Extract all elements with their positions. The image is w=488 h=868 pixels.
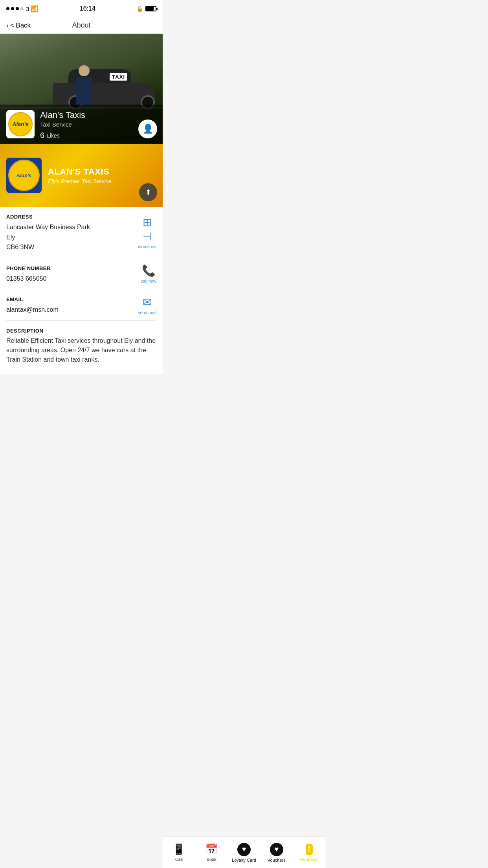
banner-logo-circle: Alan's bbox=[8, 160, 40, 191]
share-icon: ⬆ bbox=[145, 188, 151, 197]
phone-block: PHONE NUMBER 01353 665050 📞 call now bbox=[6, 258, 156, 290]
status-time: 16:14 bbox=[80, 5, 95, 13]
hero-image: TAXI Alan's Alan's Taxis Taxi Service bbox=[0, 34, 163, 144]
logo-circle: Alan's bbox=[8, 112, 33, 136]
profile-name: Alan's Taxis bbox=[40, 110, 156, 120]
likes-count: 6 bbox=[40, 131, 44, 140]
network-type: 3 bbox=[26, 6, 29, 12]
likes-label: Likes bbox=[47, 132, 60, 139]
send-mail-label: send mail bbox=[138, 310, 156, 314]
content-section: ADDRESS Lancaster Way Business Park Ely … bbox=[0, 207, 163, 374]
nav-bar: ‹ < Back About bbox=[0, 17, 163, 34]
banner-info: ALAN'S TAXIS Ely's Premier Taxi Service bbox=[48, 167, 156, 184]
call-action[interactable]: 📞 call now bbox=[141, 264, 156, 283]
add-friend-button[interactable]: 👤 bbox=[138, 120, 157, 138]
signal-dot-1 bbox=[6, 7, 9, 10]
address-line1: Lancaster Way Business Park bbox=[6, 222, 156, 232]
call-label: call now bbox=[141, 279, 156, 283]
status-bar: 3 📶 16:14 🔒 bbox=[0, 0, 163, 17]
address-line2: Ely bbox=[6, 232, 156, 243]
status-left: 3 📶 bbox=[6, 5, 39, 13]
logo-inner: Alan's bbox=[7, 111, 34, 138]
back-chevron-icon: ‹ bbox=[6, 22, 9, 29]
email-action[interactable]: ✉ send mail bbox=[138, 295, 156, 314]
person-illustration bbox=[76, 65, 92, 105]
email-value: alantax@msn.com bbox=[6, 305, 156, 315]
logo-text: Alan's bbox=[12, 121, 28, 127]
share-button[interactable]: ⬆ bbox=[139, 183, 157, 201]
description-value: Reliable Efficient Taxi services through… bbox=[6, 336, 156, 364]
back-label[interactable]: < Back bbox=[10, 22, 31, 29]
directions-icon: ⊞ bbox=[143, 216, 152, 229]
phone-icon: 📞 bbox=[142, 264, 156, 277]
battery-fill bbox=[146, 7, 154, 11]
back-button[interactable]: ‹ < Back bbox=[6, 22, 31, 29]
banner-tagline: Ely's Premier Taxi Service bbox=[48, 178, 156, 184]
description-label: DESCRIPTION bbox=[6, 328, 156, 334]
banner-logo-text: Alan's bbox=[17, 173, 32, 178]
address-value: Lancaster Way Business Park Ely CB6 3NW bbox=[6, 222, 156, 252]
signal-dot-3 bbox=[16, 7, 19, 10]
phone-value: 01353 665050 bbox=[6, 274, 156, 284]
banner-section: Alan's ALAN'S TAXIS Ely's Premier Taxi S… bbox=[0, 144, 163, 207]
address-line3: CB6 3NW bbox=[6, 242, 156, 252]
directions-action[interactable]: ⊞ ⊣ directions bbox=[138, 216, 156, 249]
person-body bbox=[76, 77, 92, 105]
email-label: EMAIL bbox=[6, 296, 156, 302]
directions-label: directions bbox=[138, 244, 156, 249]
mail-icon: ✉ bbox=[143, 295, 152, 308]
person-head bbox=[79, 65, 90, 76]
address-block: ADDRESS Lancaster Way Business Park Ely … bbox=[6, 207, 156, 258]
phone-label: PHONE NUMBER bbox=[6, 265, 156, 271]
signpost-icon: ⊣ bbox=[143, 230, 152, 243]
wifi-icon: 📶 bbox=[31, 5, 39, 13]
add-friend-icon: 👤 bbox=[143, 124, 153, 134]
address-label: ADDRESS bbox=[6, 214, 156, 220]
car-body bbox=[53, 83, 155, 105]
company-logo: Alan's bbox=[6, 110, 35, 138]
page-title: About bbox=[72, 21, 90, 29]
signal-dot-4 bbox=[20, 7, 24, 10]
taxi-sign: TAXI bbox=[110, 73, 127, 81]
banner-company-name: ALAN'S TAXIS bbox=[48, 167, 156, 177]
lock-icon: 🔒 bbox=[136, 6, 143, 12]
signal-dot-2 bbox=[11, 7, 14, 10]
profile-overlay: Alan's Alan's Taxis Taxi Service 6 Likes… bbox=[0, 105, 163, 144]
email-block: EMAIL alantax@msn.com ✉ send mail bbox=[6, 289, 156, 321]
battery-indicator bbox=[145, 6, 156, 11]
description-block: DESCRIPTION Reliable Efficient Taxi serv… bbox=[6, 321, 156, 374]
banner-logo: Alan's bbox=[6, 158, 42, 193]
status-right: 🔒 bbox=[136, 6, 156, 12]
